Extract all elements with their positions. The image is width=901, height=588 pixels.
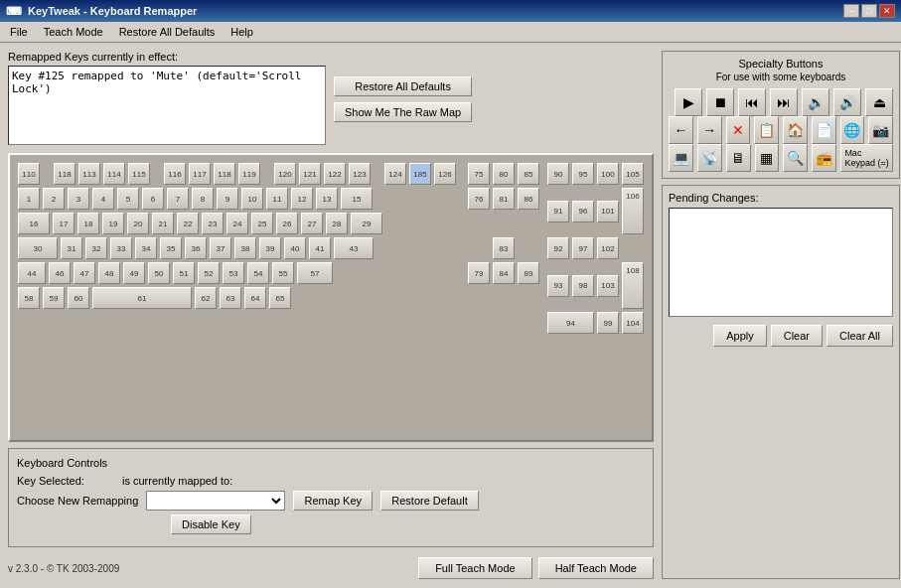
key-105[interactable]: 105 [622, 163, 644, 185]
key-21[interactable]: 21 [152, 213, 174, 234]
key-119[interactable]: 119 [238, 163, 260, 185]
key-102[interactable]: 102 [597, 237, 619, 259]
key-53[interactable]: 53 [223, 262, 244, 284]
menu-file[interactable]: File [4, 24, 34, 40]
key-96[interactable]: 96 [572, 201, 594, 222]
spec-btn-laptop[interactable]: 💻 [669, 144, 693, 172]
key-52[interactable]: 52 [198, 262, 220, 284]
key-31[interactable]: 31 [61, 237, 82, 259]
key-17[interactable]: 17 [53, 213, 75, 234]
key-18[interactable]: 18 [77, 213, 99, 234]
key-81[interactable]: 81 [493, 188, 515, 210]
key-85[interactable]: 85 [518, 163, 539, 185]
key-34[interactable]: 34 [135, 237, 157, 259]
key-75[interactable]: 75 [468, 163, 490, 185]
key-92[interactable]: 92 [547, 237, 569, 259]
key-108[interactable]: 108 [622, 262, 644, 309]
key-101[interactable]: 101 [597, 201, 619, 222]
key-123[interactable]: 123 [349, 163, 371, 185]
remap-key-button[interactable]: Remap Key [293, 491, 373, 511]
spec-btn-web[interactable]: 🌐 [840, 116, 865, 144]
menu-help[interactable]: Help [225, 24, 259, 40]
key-29[interactable]: 29 [351, 213, 382, 234]
key-39[interactable]: 39 [259, 237, 281, 259]
key-38[interactable]: 38 [234, 237, 256, 259]
key-89[interactable]: 89 [518, 262, 539, 284]
key-35[interactable]: 35 [160, 237, 182, 259]
key-12[interactable]: 12 [291, 188, 313, 210]
key-103[interactable]: 103 [597, 275, 619, 297]
key-60[interactable]: 60 [68, 287, 89, 309]
spec-btn-home[interactable]: 🏠 [783, 116, 808, 144]
key-22[interactable]: 22 [177, 213, 199, 234]
key-58[interactable]: 58 [18, 287, 40, 309]
key-95[interactable]: 95 [572, 163, 594, 185]
spec-btn-forward[interactable]: → [697, 116, 722, 144]
disable-key-button[interactable]: Disable Key [171, 514, 251, 534]
key-114[interactable]: 114 [103, 163, 125, 185]
spec-btn-doc[interactable]: 📄 [812, 116, 836, 144]
key-62[interactable]: 62 [195, 287, 217, 309]
key-120[interactable]: 120 [274, 163, 296, 185]
key-122[interactable]: 122 [324, 163, 346, 185]
remapped-textarea[interactable] [8, 66, 326, 145]
key-15[interactable]: 15 [341, 188, 373, 210]
key-4[interactable]: 4 [92, 188, 114, 210]
key-49[interactable]: 49 [123, 262, 145, 284]
restore-default-button[interactable]: Restore Default [380, 491, 478, 511]
key-63[interactable]: 63 [220, 287, 241, 309]
menu-restore-all[interactable]: Restore All Defaults [113, 24, 222, 40]
key-2[interactable]: 2 [43, 188, 65, 210]
spec-btn-next[interactable]: ⏭ [770, 88, 798, 116]
spec-btn-clipboard[interactable]: 📋 [754, 116, 779, 144]
key-5[interactable]: 5 [117, 188, 139, 210]
key-115[interactable]: 115 [128, 163, 150, 185]
spec-btn-grid[interactable]: ▦ [755, 144, 780, 172]
key-11[interactable]: 11 [266, 188, 288, 210]
spec-btn-close-x[interactable]: ✕ [726, 116, 751, 144]
key-113[interactable]: 113 [78, 163, 100, 185]
key-16[interactable]: 16 [18, 213, 50, 234]
key-185[interactable]: 185 [409, 163, 431, 185]
spec-btn-back[interactable]: ← [669, 116, 693, 144]
key-19[interactable]: 19 [102, 213, 124, 234]
spec-btn-search[interactable]: 🔍 [783, 144, 808, 172]
show-raw-map-button[interactable]: Show Me The Raw Map [334, 102, 472, 122]
key-118b[interactable]: 118 [214, 163, 235, 185]
key-100[interactable]: 100 [597, 163, 619, 185]
key-110[interactable]: 110 [18, 163, 40, 185]
key-57[interactable]: 57 [297, 262, 333, 284]
spec-btn-play[interactable]: ▶ [675, 88, 702, 116]
maximize-button[interactable]: □ [861, 4, 877, 18]
key-13[interactable]: 13 [316, 188, 338, 210]
key-32[interactable]: 32 [85, 237, 107, 259]
key-24[interactable]: 24 [226, 213, 248, 234]
key-6[interactable]: 6 [142, 188, 164, 210]
key-25[interactable]: 25 [251, 213, 273, 234]
key-46[interactable]: 46 [49, 262, 71, 284]
key-9[interactable]: 9 [217, 188, 238, 210]
key-64[interactable]: 64 [244, 287, 266, 309]
spec-btn-stop[interactable]: ⏹ [706, 88, 734, 116]
clear-all-button[interactable]: Clear All [826, 325, 893, 347]
full-teach-mode-button[interactable]: Full Teach Mode [418, 557, 532, 579]
key-43[interactable]: 43 [334, 237, 374, 259]
key-3[interactable]: 3 [68, 188, 89, 210]
key-50[interactable]: 50 [148, 262, 170, 284]
key-98[interactable]: 98 [572, 275, 594, 297]
key-61[interactable]: 61 [92, 287, 192, 309]
key-94[interactable]: 94 [547, 312, 594, 334]
half-teach-mode-button[interactable]: Half Teach Mode [538, 557, 654, 579]
key-90[interactable]: 90 [547, 163, 569, 185]
key-59[interactable]: 59 [43, 287, 65, 309]
spec-btn-mac-keypad[interactable]: MacKeypad (=) [840, 144, 893, 172]
key-36[interactable]: 36 [185, 237, 207, 259]
key-83[interactable]: 83 [493, 237, 515, 259]
key-10[interactable]: 10 [241, 188, 263, 210]
spec-btn-vol-down[interactable]: 🔉 [802, 88, 829, 116]
key-65[interactable]: 65 [269, 287, 291, 309]
menu-teach-mode[interactable]: Teach Mode [38, 24, 109, 40]
key-33[interactable]: 33 [110, 237, 132, 259]
key-54[interactable]: 54 [247, 262, 269, 284]
key-26[interactable]: 26 [276, 213, 298, 234]
